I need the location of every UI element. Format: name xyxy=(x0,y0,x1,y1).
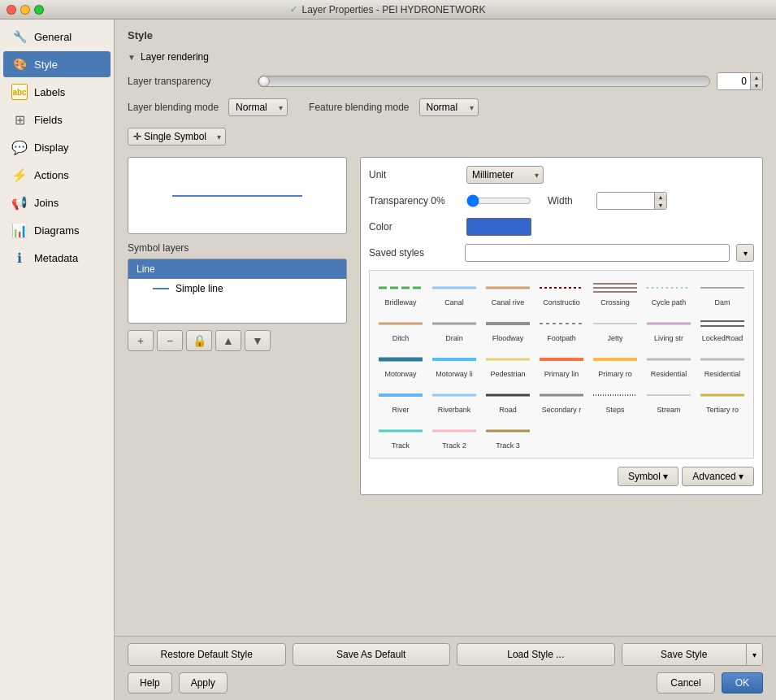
style-item[interactable]: Residential xyxy=(696,347,748,381)
prop-transparency-slider[interactable] xyxy=(466,194,531,207)
sidebar-item-metadata[interactable]: ℹ Metadata xyxy=(3,245,111,271)
style-item[interactable]: Primary ro xyxy=(589,347,641,381)
close-button[interactable] xyxy=(7,5,16,15)
apply-button[interactable]: Apply xyxy=(179,672,228,693)
spinbox-up[interactable]: ▲ xyxy=(751,73,762,81)
remove-layer-button[interactable]: − xyxy=(157,330,183,351)
sidebar-item-general[interactable]: 🔧 General xyxy=(3,24,111,50)
move-down-button[interactable]: ▼ xyxy=(245,330,271,351)
sidebar-label-metadata: Metadata xyxy=(34,252,78,264)
layer-item-simple-line[interactable]: Simple line xyxy=(128,279,346,298)
sidebar-item-joins[interactable]: 📢 Joins xyxy=(3,189,111,215)
style-item[interactable]: Secondary r xyxy=(535,383,587,417)
layer-item-line[interactable]: Line xyxy=(128,259,346,279)
prop-transparency-width-row: Transparency 0% Width 1.00000 ▲ ▼ xyxy=(369,192,754,210)
save-style-dropdown[interactable]: ▾ xyxy=(746,644,762,665)
lock-layer-button[interactable]: 🔒 xyxy=(186,330,212,351)
saved-styles-input[interactable] xyxy=(465,244,730,262)
move-up-button[interactable]: ▲ xyxy=(215,330,241,351)
spinbox-down[interactable]: ▼ xyxy=(751,81,762,89)
sidebar-label-style: Style xyxy=(34,59,58,71)
layer-blending-select[interactable]: Normal Multiply Screen xyxy=(228,98,288,116)
style-item[interactable]: Road xyxy=(482,383,534,417)
style-item[interactable]: Crossing xyxy=(589,276,641,310)
actions-icon: ⚡ xyxy=(11,167,28,183)
width-input[interactable]: 1.00000 xyxy=(597,193,654,209)
style-item[interactable]: Residential xyxy=(643,347,695,381)
layer-blending-wrapper: Normal Multiply Screen xyxy=(228,98,288,116)
ok-button[interactable]: OK xyxy=(722,672,763,693)
style-item[interactable]: Canal rive xyxy=(482,276,534,310)
styles-grid: BridlewayCanalCanal riveConstructioCross… xyxy=(369,270,754,459)
style-name: Jetty xyxy=(607,334,622,342)
save-style-button[interactable]: Save Style xyxy=(622,644,747,665)
style-item[interactable]: Footpath xyxy=(535,311,587,346)
symbol-type-select[interactable]: ✛ Single Symbol xyxy=(128,128,226,146)
style-item[interactable]: Motorway li xyxy=(428,347,480,381)
style-item[interactable]: Living str xyxy=(643,311,695,346)
layer-rendering-header: ▼ Layer rendering xyxy=(128,51,763,63)
style-item[interactable]: Jetty xyxy=(589,311,641,346)
style-item[interactable]: Primary lin xyxy=(535,347,587,381)
sidebar-item-fields[interactable]: ⊞ Fields xyxy=(3,107,111,133)
simple-line-preview xyxy=(153,288,169,289)
layer-blending-label: Layer blending mode xyxy=(128,102,219,113)
width-up-button[interactable]: ▲ xyxy=(655,193,666,201)
window-controls[interactable] xyxy=(7,5,44,15)
transparency-label: Layer transparency xyxy=(128,76,258,87)
transparency-input[interactable]: 0 xyxy=(717,73,750,89)
symbol-button[interactable]: Symbol ▾ xyxy=(618,467,678,486)
save-default-button[interactable]: Save As Default xyxy=(293,643,451,666)
style-item[interactable]: Ditch xyxy=(375,311,427,346)
labels-icon: abc xyxy=(11,84,28,100)
style-item[interactable]: Canal xyxy=(428,276,480,310)
style-item[interactable]: Drain xyxy=(428,311,480,346)
symbol-preview xyxy=(128,157,347,234)
maximize-button[interactable] xyxy=(34,5,44,15)
sidebar-item-style[interactable]: 🎨 Style xyxy=(3,51,111,77)
sidebar-label-joins: Joins xyxy=(34,197,59,209)
add-layer-button[interactable]: + xyxy=(128,330,154,351)
sidebar-item-diagrams[interactable]: 📊 Diagrams xyxy=(3,217,111,243)
style-item[interactable]: Dam xyxy=(696,276,748,310)
width-down-button[interactable]: ▼ xyxy=(655,201,666,209)
sidebar-item-labels[interactable]: abc Labels xyxy=(3,79,111,105)
style-item[interactable]: Stream xyxy=(643,383,695,417)
style-item[interactable]: Pedestrian xyxy=(482,347,534,381)
transparency-slider[interactable] xyxy=(258,76,710,87)
width-spinbox-buttons: ▲ ▼ xyxy=(654,193,666,209)
symbol-layers-list: Line Simple line xyxy=(128,259,347,324)
style-item[interactable]: Constructio xyxy=(535,276,587,310)
saved-styles-dropdown[interactable]: ▾ xyxy=(736,244,754,262)
style-name: Primary lin xyxy=(544,370,579,378)
style-item[interactable]: Floodway xyxy=(482,311,534,346)
style-item[interactable]: Track 2 xyxy=(428,419,480,453)
help-button[interactable]: Help xyxy=(128,672,172,693)
unit-select[interactable]: Millimeter Pixel MapUnit xyxy=(466,166,544,184)
advanced-button[interactable]: Advanced ▾ xyxy=(682,467,754,486)
style-item[interactable]: Riverbank xyxy=(428,383,480,417)
style-item[interactable]: Tertiary ro xyxy=(696,383,748,417)
properties-panel: Unit Millimeter Pixel MapUnit xyxy=(360,157,763,495)
style-item[interactable]: Cycle path xyxy=(643,276,695,310)
style-item[interactable]: LockedRoad xyxy=(696,311,748,346)
style-item[interactable]: Track xyxy=(375,419,427,453)
collapse-icon[interactable]: ▼ xyxy=(128,53,136,62)
sidebar-item-actions[interactable]: ⚡ Actions xyxy=(3,162,111,188)
style-item[interactable]: Bridleway xyxy=(375,276,427,310)
restore-default-button[interactable]: Restore Default Style xyxy=(128,643,286,666)
load-style-button[interactable]: Load Style ... xyxy=(457,643,615,666)
style-item[interactable]: Motorway xyxy=(375,347,427,381)
cancel-button[interactable]: Cancel xyxy=(657,672,714,693)
feature-blending-select[interactable]: Normal Multiply Screen xyxy=(419,98,479,116)
style-item[interactable]: River xyxy=(375,383,427,417)
style-name: Track xyxy=(392,441,410,450)
style-name: Riverbank xyxy=(438,406,471,414)
minimize-button[interactable] xyxy=(20,5,30,15)
style-item[interactable]: Steps xyxy=(589,383,641,417)
style-item[interactable]: Track 3 xyxy=(482,419,534,453)
sidebar-item-display[interactable]: 💬 Display xyxy=(3,134,111,160)
display-icon: 💬 xyxy=(11,139,28,155)
color-swatch[interactable] xyxy=(466,218,531,236)
style-name: Bridleway xyxy=(384,298,416,307)
